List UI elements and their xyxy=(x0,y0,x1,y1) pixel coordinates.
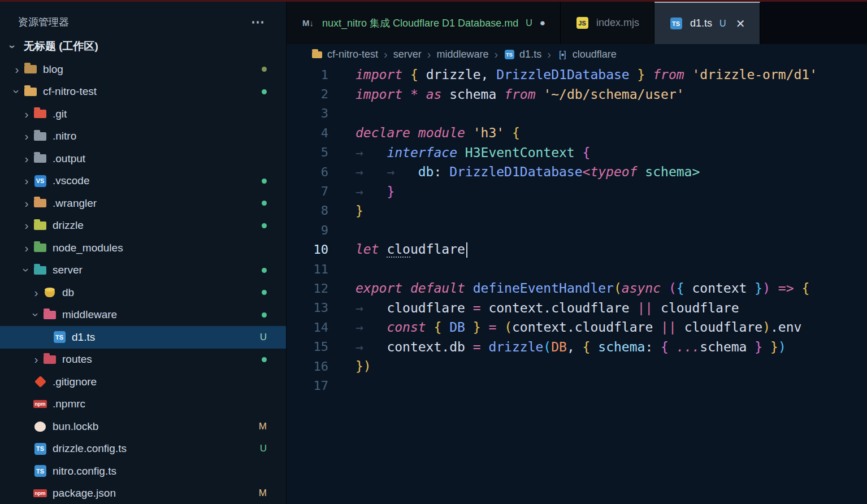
folder-icon xyxy=(33,263,47,277)
folder-icon xyxy=(33,219,47,232)
tree-item-package-json[interactable]: npmpackage.jsonM xyxy=(0,483,286,504)
line-number[interactable]: 12 xyxy=(287,281,328,296)
chevron-down-icon[interactable]: › xyxy=(20,263,33,277)
code-token: H3EventContext xyxy=(465,145,583,160)
tree-item-blog[interactable]: ›blog xyxy=(0,58,286,81)
breadcrumb-label: middleware xyxy=(436,49,488,60)
git-change-dot-icon xyxy=(262,357,267,362)
tree-item-cf-nitro-test[interactable]: ›cf-nitro-test xyxy=(0,81,286,103)
tree-item-routes[interactable]: ›routes xyxy=(0,349,286,371)
chevron-right-icon[interactable]: › xyxy=(29,353,43,366)
tree-item-git[interactable]: ›.git xyxy=(0,103,286,125)
line-number[interactable]: 8 xyxy=(287,203,328,218)
tree-item-middleware[interactable]: ›middleware xyxy=(0,304,286,327)
more-actions-icon[interactable]: ⋯ xyxy=(251,19,266,25)
chevron-right-icon[interactable]: › xyxy=(20,152,33,166)
folder-icon xyxy=(311,49,323,60)
close-icon[interactable]: ✕ xyxy=(736,17,745,31)
code-line: 10let cloudflare xyxy=(287,240,867,259)
chevron-right-icon[interactable]: › xyxy=(20,107,33,121)
chevron-right-icon[interactable]: › xyxy=(20,174,33,188)
workspace-section-header[interactable]: › 无标题 (工作区) xyxy=(0,38,286,58)
js-icon: JS xyxy=(575,16,589,30)
line-number[interactable]: 13 xyxy=(287,301,328,315)
tree-item-vscode[interactable]: ›VS.vscode xyxy=(0,170,286,193)
line-number[interactable]: 7 xyxy=(287,184,328,198)
tree-item-d1-ts[interactable]: TSd1.tsU xyxy=(0,326,286,349)
git-change-dot-icon xyxy=(262,268,267,273)
code-token: ... xyxy=(677,340,700,354)
tab-index-mjs[interactable]: JSindex.mjs xyxy=(561,2,654,44)
line-number[interactable]: 1 xyxy=(287,68,328,82)
tree-item-server[interactable]: ›server xyxy=(0,259,286,282)
ts-icon: TS xyxy=(53,331,66,344)
line-number[interactable]: 17 xyxy=(287,379,328,393)
explorer-title: 资源管理器 xyxy=(18,15,69,29)
code-token: ( xyxy=(614,281,622,296)
tree-item-bun-lockb[interactable]: bun.lockbM xyxy=(0,415,286,438)
tree-item-npmrc[interactable]: npm.npmrc xyxy=(0,393,286,416)
line-number[interactable]: 10 xyxy=(287,242,328,257)
breadcrumb-item-server[interactable]: server xyxy=(393,49,422,60)
line-number[interactable]: 9 xyxy=(287,223,328,237)
line-number[interactable]: 6 xyxy=(287,165,328,179)
line-number[interactable]: 4 xyxy=(287,126,328,140)
tree-item-label: .nitro xyxy=(53,130,76,142)
tab-title: nuxt_nitro 集成 Cloudflare D1 Database.md xyxy=(322,16,518,30)
chevron-right-icon[interactable]: › xyxy=(20,241,33,255)
code-token: const xyxy=(387,320,434,334)
code-token: schema xyxy=(449,87,504,102)
line-number[interactable]: 11 xyxy=(287,262,328,276)
tree-item-node-modules[interactable]: ›node_modules xyxy=(0,237,286,259)
code-token: { xyxy=(801,281,809,296)
tree-item-drizzle[interactable]: ›drizzle xyxy=(0,215,286,237)
chevron-right-icon[interactable]: › xyxy=(20,197,33,210)
breadcrumb-item-cloudflare[interactable]: [▪]cloudflare xyxy=(557,49,617,60)
chevron-right-icon[interactable]: › xyxy=(29,286,43,299)
line-number[interactable]: 5 xyxy=(287,145,328,159)
breadcrumb-label: cloudflare xyxy=(573,49,617,60)
git-change-dot-icon xyxy=(262,312,267,318)
code-token: { xyxy=(583,145,591,160)
tree-item-nitro[interactable]: ›.nitro xyxy=(0,125,286,148)
chevron-right-icon[interactable]: › xyxy=(10,63,24,76)
code-editor[interactable]: 1import { drizzle, DrizzleD1Database } f… xyxy=(287,65,867,504)
breadcrumb-item-middleware[interactable]: middleware xyxy=(436,49,488,60)
breadcrumb-item-d1-ts[interactable]: TSd1.ts xyxy=(504,49,541,60)
tab-d1-ts[interactable]: TSd1.tsU✕ xyxy=(654,2,760,44)
breadcrumb-item-cf-nitro-test[interactable]: cf-nitro-test xyxy=(311,49,378,60)
code-token: < xyxy=(583,164,591,179)
chevron-down-icon[interactable]: › xyxy=(29,308,43,321)
line-number[interactable]: 14 xyxy=(287,320,328,334)
code-token: drizzle xyxy=(426,67,481,82)
chevron-right-icon[interactable]: › xyxy=(20,129,33,143)
tab-bar: M↓nuxt_nitro 集成 Cloudflare D1 Database.m… xyxy=(287,2,867,44)
unsaved-dot-icon[interactable]: ● xyxy=(540,18,545,29)
code-line: 16}) xyxy=(287,357,867,376)
tree-item-wrangler[interactable]: ›.wrangler xyxy=(0,192,286,215)
tree-item-drizzle-config-ts[interactable]: TSdrizzle.config.tsU xyxy=(0,438,286,460)
tree-item-nitro-config-ts[interactable]: TSnitro.config.ts xyxy=(0,460,286,483)
tree-item-label: middleware xyxy=(62,309,117,321)
code-token: } xyxy=(638,67,645,82)
git-change-dot-icon xyxy=(262,201,267,206)
line-number[interactable]: 16 xyxy=(287,359,328,373)
chevron-right-icon[interactable]: › xyxy=(20,219,33,232)
chevron-down-icon[interactable]: › xyxy=(10,85,24,98)
tree-item-db[interactable]: ›db xyxy=(0,281,286,304)
code-token: default xyxy=(410,281,473,296)
code-token: .env xyxy=(770,320,801,334)
code-token: import xyxy=(356,67,410,82)
line-number[interactable]: 15 xyxy=(287,340,328,354)
tree-item-output[interactable]: ›.output xyxy=(0,147,286,170)
code-token: from xyxy=(504,87,543,102)
tree-item-gitignore[interactable]: .gitignore xyxy=(0,371,286,393)
tab-nuxt-nitro-集成-cloudflare-d1-database-md[interactable]: M↓nuxt_nitro 集成 Cloudflare D1 Database.m… xyxy=(287,2,561,44)
folder-icon xyxy=(24,63,37,76)
line-number[interactable]: 3 xyxy=(287,106,328,120)
breadcrumb-label: d1.ts xyxy=(519,49,541,60)
code-token: { xyxy=(661,340,677,354)
folder-icon xyxy=(43,353,57,366)
ts-icon: TS xyxy=(504,49,515,60)
line-number[interactable]: 2 xyxy=(287,87,328,101)
